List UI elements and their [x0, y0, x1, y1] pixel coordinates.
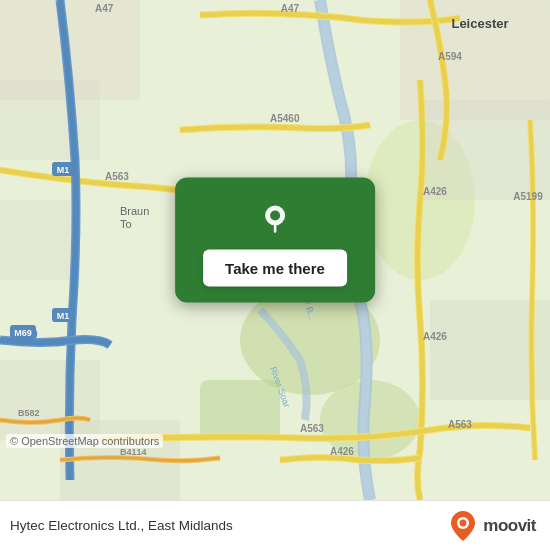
location-pin-icon [253, 196, 297, 240]
svg-text:A563: A563 [105, 171, 129, 182]
svg-text:Leicester: Leicester [451, 16, 508, 31]
osm-credit: © OpenStreetMap contributors [6, 434, 163, 448]
svg-text:M1: M1 [57, 165, 70, 175]
svg-text:M69: M69 [14, 328, 32, 338]
svg-text:A563: A563 [300, 423, 324, 434]
svg-point-42 [270, 211, 280, 221]
bottom-bar: Hytec Electronics Ltd., East Midlands mo… [0, 500, 550, 550]
svg-text:A47: A47 [281, 3, 300, 14]
svg-text:B4114: B4114 [120, 447, 147, 457]
svg-text:A5199: A5199 [513, 191, 543, 202]
svg-text:A426: A426 [423, 186, 447, 197]
location-info: Hytec Electronics Ltd., East Midlands [10, 518, 233, 533]
map-container: A47 A47 A594 A5460 A426 A426 A563 A563 A… [0, 0, 550, 500]
svg-text:To: To [120, 218, 132, 230]
moovit-label: moovit [483, 516, 536, 536]
svg-rect-4 [200, 380, 280, 440]
svg-rect-6 [0, 80, 100, 160]
svg-text:A47: A47 [95, 3, 114, 14]
svg-text:Braun: Braun [120, 205, 149, 217]
svg-text:A5460: A5460 [270, 113, 300, 124]
svg-text:A563: A563 [448, 419, 472, 430]
svg-text:A594: A594 [438, 51, 462, 62]
svg-text:A426: A426 [423, 331, 447, 342]
moovit-pin-icon [449, 509, 477, 543]
svg-text:B582: B582 [18, 408, 40, 418]
popup-card: Take me there [175, 178, 375, 303]
svg-text:M1: M1 [57, 311, 70, 321]
svg-text:A426: A426 [330, 446, 354, 457]
svg-rect-10 [0, 200, 80, 280]
moovit-logo: moovit [449, 509, 536, 543]
svg-point-44 [460, 519, 467, 526]
take-me-there-button[interactable]: Take me there [203, 250, 347, 287]
